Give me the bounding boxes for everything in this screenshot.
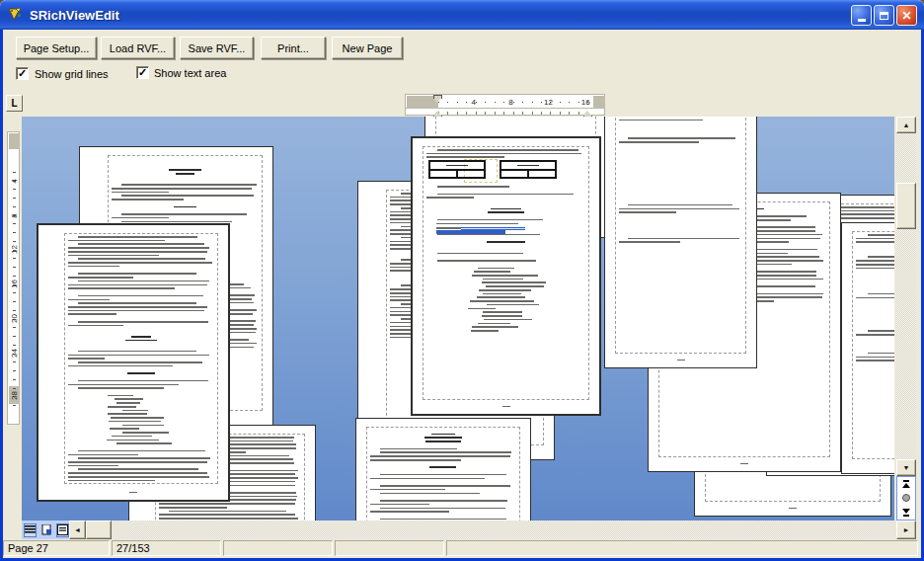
show-text-area-checkbox[interactable]: ✓ [136, 66, 149, 79]
scroll-down-button[interactable]: ▼ [896, 459, 916, 476]
app-icon [7, 6, 25, 24]
ruler-corner-button[interactable]: L [6, 95, 23, 112]
next-page-icon [902, 509, 910, 517]
vertical-scroll-thumb[interactable] [896, 183, 916, 229]
application-window: SRichViewEdit ✕ Page Setup... Load RVF..… [0, 0, 924, 561]
vruler-number: 12 [10, 243, 19, 256]
document-tables [426, 160, 585, 183]
page-number-mark [502, 406, 510, 408]
show-grid-lines-label: Show grid lines [35, 68, 109, 80]
status-page-count: 27/153 [112, 540, 221, 556]
view-mode-normal-button[interactable] [24, 523, 37, 537]
maximize-icon [880, 12, 888, 20]
horizontal-scrollbar: ◄ ► [3, 521, 921, 539]
horizontal-ruler: 481216 [405, 94, 605, 117]
close-button[interactable]: ✕ [896, 5, 917, 26]
browse-select-icon [902, 494, 910, 502]
save-rvf-button[interactable]: Save RVF... [180, 37, 254, 59]
scroll-left-button[interactable]: ◄ [69, 521, 86, 539]
document-page[interactable] [841, 222, 894, 474]
hruler-number: 16 [581, 98, 590, 107]
layout-view-icon [57, 524, 68, 535]
lines-view-icon [25, 525, 36, 534]
print-button[interactable]: Print... [261, 37, 326, 59]
show-text-area-label: Show text area [154, 67, 226, 79]
vertical-scrollbar: ▲ ▼ [896, 117, 916, 521]
minimize-icon [858, 19, 866, 22]
next-page-button[interactable] [899, 507, 913, 519]
view-mode-page-button[interactable] [39, 523, 52, 537]
vruler-number: 28 [10, 389, 19, 402]
check-icon: ✓ [138, 67, 147, 78]
horizontal-scroll-thumb[interactable] [86, 521, 112, 539]
load-rvf-button[interactable]: Load RVF... [101, 37, 175, 59]
status-panel-4 [335, 540, 444, 556]
minimize-button[interactable] [851, 5, 872, 26]
status-panel-5 [446, 540, 918, 556]
document-page[interactable] [604, 117, 757, 368]
check-icon: ✓ [18, 68, 27, 79]
horizontal-scroll-track[interactable] [112, 521, 896, 539]
hruler-number: 8 [508, 98, 512, 107]
document-page[interactable] [355, 418, 531, 521]
document-viewport[interactable] [22, 117, 894, 521]
window-border-left [0, 28, 3, 561]
page-number-mark [789, 508, 797, 510]
page-view-icon [41, 524, 52, 535]
mini-table [500, 160, 557, 179]
document-page[interactable] [411, 136, 601, 416]
main-area: 481216202428 ▲ ▼ [3, 117, 921, 521]
vruler-number: 20 [10, 312, 19, 325]
page-setup-button[interactable]: Page Setup... [16, 37, 97, 59]
view-mode-panel [22, 521, 69, 539]
page-number-mark [677, 360, 685, 361]
vruler-number: 8 [10, 209, 19, 222]
maximize-button[interactable] [874, 5, 894, 26]
hruler-number: 12 [544, 98, 553, 107]
vruler-number: 16 [10, 278, 19, 290]
vertical-ruler: 481216202428 [7, 131, 20, 425]
toolbar: Page Setup... Load RVF... Save RVF... Pr… [3, 30, 921, 84]
vruler-number: 4 [10, 175, 19, 188]
hanging-indent-marker[interactable] [433, 107, 441, 116]
previous-page-icon [902, 480, 910, 488]
scroll-right-button[interactable]: ► [896, 521, 916, 539]
first-line-indent-marker[interactable] [433, 98, 441, 107]
close-icon: ✕ [901, 10, 911, 22]
window-title: SRichViewEdit [30, 8, 119, 23]
previous-page-button[interactable] [899, 478, 913, 490]
view-mode-layout-button[interactable] [56, 523, 69, 537]
show-grid-lines-checkbox[interactable]: ✓ [16, 67, 29, 80]
title-bar[interactable]: SRichViewEdit ✕ [0, 0, 924, 30]
right-indent-marker[interactable] [583, 107, 591, 116]
vruler-number: 24 [10, 347, 19, 360]
browse-nav-strip [896, 476, 916, 521]
page-number-mark [740, 463, 748, 465]
status-panel-3 [223, 540, 333, 556]
new-page-button[interactable]: New Page [332, 37, 403, 59]
hruler-number: 4 [472, 98, 476, 107]
browse-select-button[interactable] [899, 492, 913, 504]
page-number-mark [129, 492, 137, 494]
mini-table [428, 160, 486, 179]
status-bar: Page 27 27/153 [3, 539, 921, 558]
scroll-up-button[interactable]: ▲ [896, 117, 916, 133]
document-page[interactable] [37, 223, 230, 502]
ruler-zone: L 481216 [3, 84, 921, 117]
status-page-label: Page 27 [3, 540, 110, 556]
